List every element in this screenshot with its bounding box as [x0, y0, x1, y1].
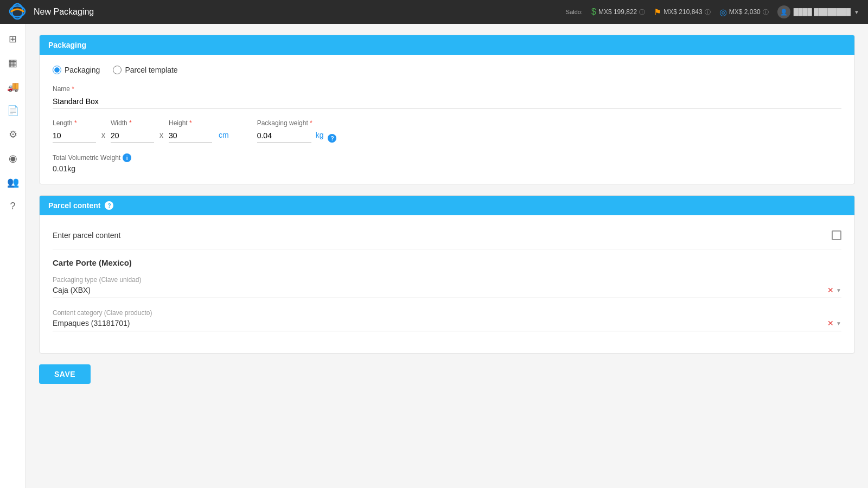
unit-cm: cm — [212, 131, 235, 143]
shipments-icon: ▦ — [8, 57, 17, 69]
team-icon: 👥 — [7, 176, 19, 188]
grid-icon: ⊞ — [9, 33, 17, 45]
content-category-value: Empaques (31181701) — [53, 319, 130, 328]
packaging-icon: 🚚 — [7, 81, 19, 93]
packaging-type-row: Caja (XBX) ✕ ▼ — [53, 286, 841, 298]
save-button[interactable]: SAVE — [39, 364, 91, 384]
avatar: 👤 — [777, 5, 790, 18]
name-field-group: Name * — [53, 85, 841, 108]
info-icon-3[interactable]: ⓘ — [763, 8, 769, 16]
radio-packaging-text: Packaging — [65, 66, 100, 74]
parcel-body: Enter parcel content Carte Porte (Mexico… — [40, 215, 854, 353]
height-label: Height * — [169, 119, 212, 127]
sidebar-item-documents[interactable]: 📄 — [2, 100, 24, 121]
balance-3-icon: ◎ — [719, 7, 727, 17]
width-label: Width * — [111, 119, 154, 127]
user-name: ████ ████████ — [794, 8, 851, 16]
sidebar-item-help[interactable]: ? — [2, 195, 24, 217]
name-required: * — [70, 85, 74, 93]
weight-input[interactable] — [257, 129, 311, 143]
radio-packaging[interactable] — [53, 66, 61, 74]
packaging-type-field: Packaging type (Clave unidad) Caja (XBX)… — [53, 276, 841, 298]
radio-packaging-label[interactable]: Packaging — [53, 66, 100, 74]
sidebar-item-dashboard[interactable]: ⊞ — [2, 28, 24, 50]
content-category-arrow[interactable]: ▼ — [836, 320, 841, 326]
packaging-type-arrow[interactable]: ▼ — [836, 287, 841, 293]
sidebar-item-team[interactable]: 👥 — [2, 171, 24, 193]
packaging-header: Packaging — [40, 35, 854, 55]
volumetric-weight: Total Volumetric Weight i 0.01kg — [53, 153, 841, 173]
content-category-actions: ✕ ▼ — [827, 319, 841, 328]
separator-1: x — [96, 131, 111, 143]
documents-icon: 📄 — [7, 105, 19, 117]
weight-label: Packaging weight * — [257, 119, 337, 127]
packaging-type-label: Packaging type (Clave unidad) — [53, 276, 841, 284]
sidebar-item-shipments[interactable]: ▦ — [2, 52, 24, 74]
name-input[interactable] — [53, 95, 841, 108]
tracking-icon: ◉ — [9, 152, 17, 164]
content-category-clear[interactable]: ✕ — [827, 319, 834, 328]
help-icon: ? — [10, 201, 15, 212]
packaging-type-value: Caja (XBX) — [53, 286, 91, 294]
content-category-label: Content category (Clave producto) — [53, 309, 841, 317]
balance-1-icon: $ — [591, 7, 596, 17]
weight-field: Packaging weight * kg ? — [257, 119, 337, 143]
unit-kg: kg — [316, 131, 324, 143]
content-category-field: Content category (Clave producto) Empaqu… — [53, 309, 841, 331]
packaging-type-clear[interactable]: ✕ — [827, 286, 834, 294]
length-input[interactable] — [53, 129, 96, 143]
topnav: New Packaging Saldo: $ MX$ 199,822 ⓘ ⚑ M… — [0, 0, 868, 24]
sidebar-item-tracking[interactable]: ◉ — [2, 147, 24, 169]
height-field: Height * — [169, 119, 212, 143]
enter-parcel-checkbox[interactable] — [832, 230, 841, 240]
radio-parcel-label[interactable]: Parcel template — [113, 66, 177, 74]
parcel-card: Parcel content ? Enter parcel content Ca… — [39, 195, 855, 354]
volumetric-help-icon[interactable]: i — [123, 153, 131, 162]
logo — [9, 3, 26, 22]
info-icon-1[interactable]: ⓘ — [639, 8, 645, 16]
radio-parcel[interactable] — [113, 66, 122, 74]
carte-porte-title: Carte Porte (Mexico) — [53, 258, 841, 267]
weight-row: kg ? — [257, 129, 337, 143]
sidebar-item-settings[interactable]: ⚙ — [2, 124, 24, 145]
chevron-down-icon: ▼ — [854, 9, 859, 15]
sidebar-item-packaging[interactable]: 🚚 — [2, 76, 24, 98]
settings-icon: ⚙ — [9, 129, 17, 140]
packaging-card: Packaging Packaging Parcel template Name… — [39, 35, 855, 184]
volumetric-label-text: Total Volumetric Weight — [53, 154, 120, 162]
width-field: Width * — [111, 119, 154, 143]
balance-2: ⚑ MX$ 210,843 ⓘ — [654, 7, 710, 17]
name-label: Name * — [53, 85, 841, 93]
height-input[interactable] — [169, 129, 212, 143]
user-menu[interactable]: 👤 ████ ████████ ▼ — [777, 5, 859, 18]
type-radio-group: Packaging Parcel template — [53, 66, 841, 74]
balance-2-icon: ⚑ — [654, 7, 661, 17]
width-input[interactable] — [111, 129, 154, 143]
content-category-row: Empaques (31181701) ✕ ▼ — [53, 319, 841, 331]
weight-help-icon[interactable]: ? — [328, 134, 336, 143]
main-content: Packaging Packaging Parcel template Name… — [26, 24, 868, 488]
sidebar: ⊞ ▦ 🚚 📄 ⚙ ◉ 👥 ? — [0, 24, 26, 488]
packaging-body: Packaging Parcel template Name * Length — [40, 55, 854, 184]
dimensions-row: Length * x Width * x Height * — [53, 119, 841, 143]
parcel-help-icon[interactable]: ? — [105, 201, 113, 210]
radio-parcel-text: Parcel template — [125, 66, 177, 74]
packaging-type-actions: ✕ ▼ — [827, 286, 841, 294]
length-field: Length * — [53, 119, 96, 143]
info-icon-2[interactable]: ⓘ — [705, 8, 711, 16]
parcel-header: Parcel content ? — [40, 196, 854, 215]
enter-parcel-label: Enter parcel content — [53, 231, 120, 240]
separator-2: x — [154, 131, 169, 143]
balance-label: Saldo: — [566, 9, 583, 15]
length-label: Length * — [53, 119, 96, 127]
page-title: New Packaging — [34, 7, 566, 17]
balance-1: $ MX$ 199,822 ⓘ — [591, 7, 645, 17]
volumetric-value: 0.01kg — [53, 164, 841, 173]
topnav-right: Saldo: $ MX$ 199,822 ⓘ ⚑ MX$ 210,843 ⓘ ◎… — [566, 5, 859, 18]
balance-3: ◎ MX$ 2,030 ⓘ — [719, 7, 769, 17]
parcel-header-title: Parcel content — [48, 201, 100, 210]
enter-parcel-row: Enter parcel content — [53, 226, 841, 249]
packaging-header-title: Packaging — [48, 41, 86, 49]
